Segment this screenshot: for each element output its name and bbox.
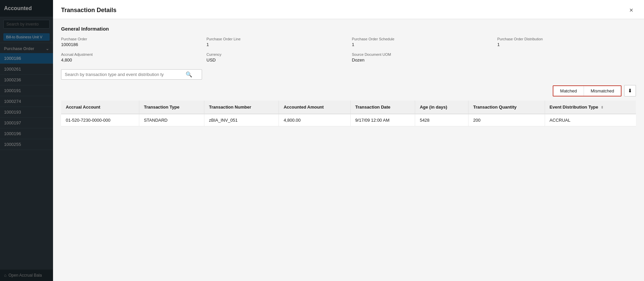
- modal-header: Transaction Details ×: [53, 0, 644, 19]
- table-header-row: Accrual Account Transaction Type Transac…: [61, 101, 636, 114]
- search-button[interactable]: 🔍: [186, 71, 192, 78]
- info-value-pol: 1: [206, 42, 345, 47]
- col-header-age-days: Age (in days): [415, 101, 468, 114]
- info-value-po: 1000186: [61, 42, 200, 47]
- info-field-po: Purchase Order 1000186: [61, 37, 200, 47]
- col-header-accrual-account: Accrual Account: [61, 101, 139, 114]
- col-header-transaction-quantity: Transaction Quantity: [468, 101, 545, 114]
- info-field-uom: Source Document UOM Dozen: [352, 52, 491, 63]
- info-field-pod: Purchase Order Distribution 1: [497, 37, 636, 47]
- info-label-pol: Purchase Order Line: [206, 37, 345, 41]
- table-cell-transaction_type: STANDARD: [139, 114, 204, 126]
- table-cell-accrual_account: 01-520-7230-0000-000: [61, 114, 139, 126]
- table-body: 01-520-7230-0000-000STANDARDzBIA_INV_051…: [61, 114, 636, 126]
- col-header-event-distribution-type[interactable]: Event Distribution Type ⇕: [545, 101, 636, 114]
- info-field-pos: Purchase Order Schedule 1: [352, 37, 491, 47]
- table-cell-event_distribution_type: ACCRUAL: [545, 114, 636, 126]
- search-bar-row: 🔍: [61, 69, 636, 80]
- info-value-uom: Dozen: [352, 57, 491, 63]
- table-row: 01-520-7230-0000-000STANDARDzBIA_INV_051…: [61, 114, 636, 126]
- modal-body: General Information Purchase Order 10001…: [53, 19, 644, 281]
- info-value-pod: 1: [497, 42, 636, 47]
- download-button[interactable]: ⬇: [624, 85, 636, 96]
- table-cell-age_days: 5428: [415, 114, 468, 126]
- modal-title: Transaction Details: [61, 7, 116, 14]
- table-header: Accrual Account Transaction Type Transac…: [61, 101, 636, 114]
- info-label-accrual: Accrual Adjustment: [61, 52, 200, 56]
- table-cell-transaction_number: zBIA_INV_051: [204, 114, 279, 126]
- transaction-search-input[interactable]: [65, 72, 186, 77]
- transaction-details-modal: Transaction Details × General Informatio…: [53, 0, 644, 281]
- filter-buttons-row: Matched Mismatched ⬇: [61, 85, 636, 96]
- col-header-transaction-type: Transaction Type: [139, 101, 204, 114]
- info-field-pol: Purchase Order Line 1: [206, 37, 345, 47]
- matched-button[interactable]: Matched: [553, 86, 584, 96]
- info-field-empty: [497, 52, 636, 63]
- general-info-title: General Information: [61, 26, 636, 32]
- info-label-uom: Source Document UOM: [352, 52, 491, 56]
- col-header-accounted-amount: Accounted Amount: [279, 101, 350, 114]
- info-value-pos: 1: [352, 42, 491, 47]
- info-value-currency: USD: [206, 57, 345, 63]
- mismatched-button[interactable]: Mismatched: [584, 86, 621, 96]
- col-header-transaction-number: Transaction Number: [204, 101, 279, 114]
- col-header-transaction-date: Transaction Date: [350, 101, 415, 114]
- info-label-currency: Currency: [206, 52, 345, 56]
- match-btn-group: Matched Mismatched: [553, 85, 622, 96]
- transaction-table: Accrual Account Transaction Type Transac…: [61, 101, 636, 126]
- table-cell-accounted_amount: 4,800.00: [279, 114, 350, 126]
- sort-icon: ⇕: [601, 106, 603, 109]
- table-cell-transaction_quantity: 200: [468, 114, 545, 126]
- search-input-wrapper: 🔍: [61, 69, 202, 80]
- info-value-accrual: 4,800: [61, 57, 200, 63]
- info-label-pos: Purchase Order Schedule: [352, 37, 491, 41]
- modal-close-button[interactable]: ×: [627, 5, 636, 15]
- info-field-currency: Currency USD: [206, 52, 345, 63]
- info-label-pod: Purchase Order Distribution: [497, 37, 636, 41]
- info-grid: Purchase Order 1000186 Purchase Order Li…: [61, 37, 636, 63]
- general-info-section: General Information Purchase Order 10001…: [61, 26, 636, 63]
- table-cell-transaction_date: 9/17/09 12:00 AM: [350, 114, 415, 126]
- info-field-accrual: Accrual Adjustment 4,800: [61, 52, 200, 63]
- info-label-po: Purchase Order: [61, 37, 200, 41]
